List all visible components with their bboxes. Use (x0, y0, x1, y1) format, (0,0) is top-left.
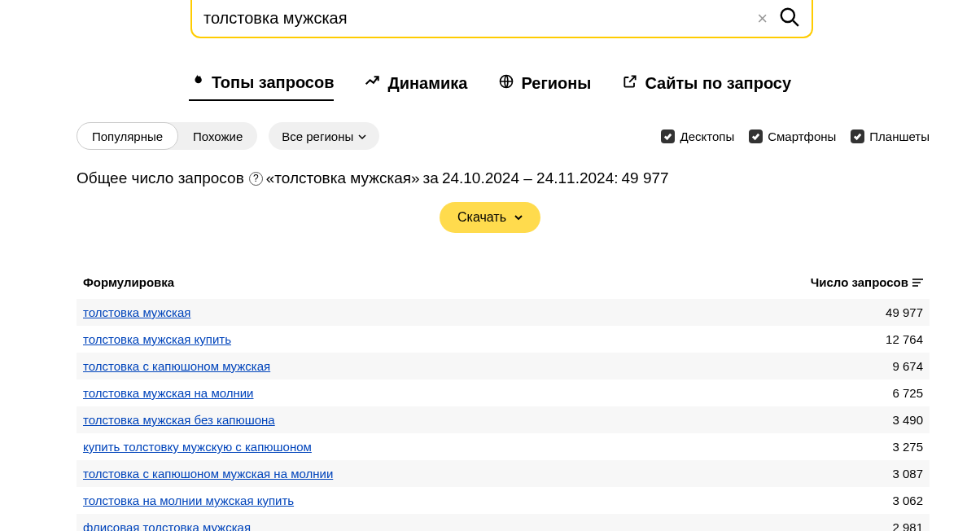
phrase-link[interactable]: толстовка мужская на молнии (83, 386, 254, 400)
table-row: толстовка мужская без капюшона3 490 (77, 406, 930, 433)
tabs: Топы запросов Динамика Регионы Сайты по … (0, 72, 980, 101)
table-row: толстовка с капюшоном мужская9 674 (77, 353, 930, 380)
table-row: флисовая толстовка мужская2 981 (77, 514, 930, 531)
row-count: 6 725 (892, 386, 923, 400)
summary-total: 49 977 (621, 169, 668, 187)
row-count: 3 490 (892, 413, 923, 427)
download-button[interactable]: Скачать (440, 202, 540, 233)
search-box: × (190, 0, 813, 38)
checkbox-icon (749, 129, 763, 143)
tab-tops[interactable]: Топы запросов (189, 72, 335, 101)
tab-dynamics[interactable]: Динамика (365, 72, 467, 101)
summary-line: Общее число запросов ? «толстовка мужска… (77, 169, 930, 187)
phrase-link[interactable]: толстовка мужская купить (83, 332, 231, 346)
checkbox-label: Десктопы (680, 129, 734, 143)
device-filters: Десктопы Смартфоны Планшеты (661, 129, 930, 143)
tab-label: Динамика (387, 74, 467, 93)
column-count[interactable]: Число запросов (811, 275, 923, 289)
fire-icon (189, 72, 205, 93)
summary-za: за (423, 169, 439, 187)
checkbox-icon (661, 129, 675, 143)
checkbox-smartphones[interactable]: Смартфоны (749, 129, 836, 143)
svg-line-1 (793, 20, 798, 26)
table-row: толстовка мужская на молнии6 725 (77, 380, 930, 406)
phrase-link[interactable]: толстовка с капюшоном мужская (83, 359, 270, 373)
chevron-down-icon (358, 129, 366, 143)
globe-icon (498, 73, 514, 94)
region-selector[interactable]: Все регионы (269, 122, 379, 150)
help-icon[interactable]: ? (249, 172, 263, 186)
row-count: 49 977 (886, 305, 923, 319)
table-row: купить толстовку мужскую с капюшоном3 27… (77, 433, 930, 460)
phrase-link[interactable]: толстовка мужская (83, 305, 190, 319)
region-label: Все регионы (282, 129, 353, 143)
table-row: толстовка мужская49 977 (77, 299, 930, 326)
phrase-link[interactable]: толстовка мужская без капюшона (83, 413, 275, 427)
results-table: Формулировка Число запросов толстовка му… (77, 275, 930, 531)
table-row: толстовка мужская купить12 764 (77, 326, 930, 353)
checkbox-icon (851, 129, 864, 143)
phrase-link[interactable]: флисовая толстовка мужская (83, 520, 251, 531)
tab-label: Топы запросов (212, 73, 335, 92)
svg-point-0 (781, 8, 794, 21)
row-count: 12 764 (886, 332, 923, 346)
phrase-link[interactable]: купить толстовку мужскую с капюшоном (83, 440, 312, 454)
summary-query: «толстовка мужская» (266, 169, 420, 187)
phrase-link[interactable]: толстовка на молнии мужская купить (83, 494, 294, 507)
external-link-icon (622, 73, 638, 94)
column-count-label: Число запросов (811, 275, 908, 289)
checkbox-desktop[interactable]: Десктопы (661, 129, 734, 143)
search-icon[interactable] (779, 7, 800, 31)
row-count: 3 062 (892, 494, 923, 507)
row-count: 3 087 (892, 467, 923, 481)
clear-icon[interactable]: × (754, 8, 771, 29)
segment-similar[interactable]: Похожие (178, 122, 257, 150)
segment-popular[interactable]: Популярные (77, 122, 178, 150)
column-phrase: Формулировка (83, 275, 174, 289)
row-count: 9 674 (892, 359, 923, 373)
checkbox-label: Планшеты (869, 129, 930, 143)
summary-daterange: 24.10.2024 – 24.11.2024: (442, 169, 619, 187)
search-input[interactable] (203, 9, 746, 28)
tab-label: Сайты по запросу (645, 74, 791, 93)
phrase-link[interactable]: толстовка с капюшоном мужская на молнии (83, 467, 333, 481)
tab-label: Регионы (521, 74, 591, 93)
row-count: 2 981 (892, 520, 923, 531)
sort-desc-icon (912, 279, 923, 287)
table-row: толстовка на молнии мужская купить3 062 (77, 487, 930, 514)
row-count: 3 275 (892, 440, 923, 454)
download-label: Скачать (457, 210, 506, 225)
checkbox-tablets[interactable]: Планшеты (851, 129, 930, 143)
tab-regions[interactable]: Регионы (498, 72, 591, 101)
query-type-segment: Популярные Похожие (77, 122, 257, 150)
table-row: толстовка с капюшоном мужская на молнии3… (77, 460, 930, 487)
trend-icon (365, 73, 381, 94)
chevron-down-icon (514, 210, 523, 225)
checkbox-label: Смартфоны (768, 129, 836, 143)
tab-sites[interactable]: Сайты по запросу (622, 72, 791, 101)
summary-prefix: Общее число запросов (77, 169, 244, 187)
